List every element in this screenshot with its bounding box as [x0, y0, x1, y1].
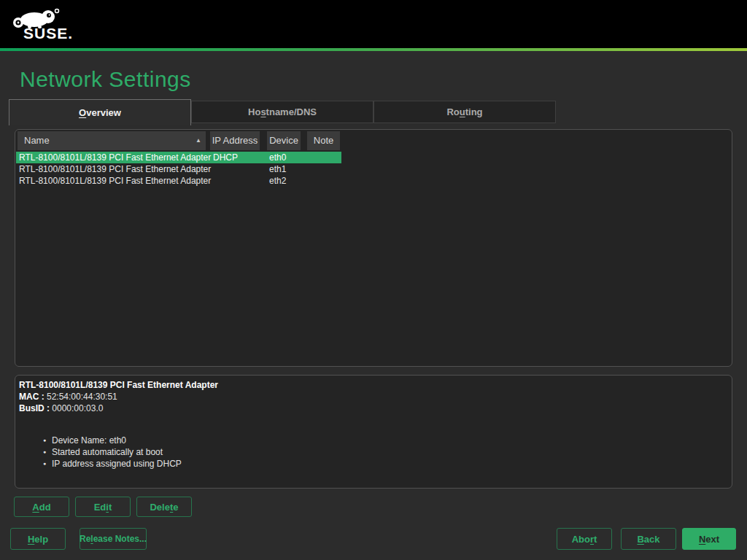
tab-overview-label-key: O: [79, 107, 86, 118]
column-device-label: Device: [269, 135, 298, 146]
table-row[interactable]: RTL-8100/8101L/8139 PCI Fast Ethernet Ad…: [16, 175, 716, 187]
tab-hostname-dns[interactable]: Hostname/DNS: [191, 101, 374, 123]
table-row[interactable]: RTL-8100/8101L/8139 PCI Fast Ethernet Ad…: [16, 152, 341, 163]
help-label-key: H: [28, 534, 34, 545]
mac-value: 52:54:00:44:30:51: [47, 392, 117, 402]
page-title: Network Settings: [20, 67, 191, 92]
abort-label-pre: Abo: [572, 534, 590, 545]
table-header: Name▲ IP Address Device Note: [15, 130, 732, 152]
column-header-name[interactable]: Name▲: [18, 131, 206, 150]
next-label-post: ext: [705, 534, 719, 545]
column-header-ip-address[interactable]: IP Address: [210, 131, 260, 150]
accent-divider: [0, 48, 747, 51]
details-mac-line: MAC : 52:54:00:44:30:51: [19, 391, 117, 402]
interface-details: RTL-8100/8101L/8139 PCI Fast Ethernet Ad…: [15, 375, 732, 489]
tab-routing-label-key: u: [460, 106, 465, 117]
busid-label: BusID :: [19, 403, 52, 413]
edit-label-post: t: [109, 502, 112, 513]
details-title: RTL-8100/8101L/8139 PCI Fast Ethernet Ad…: [19, 379, 218, 391]
suse-logo-text: SUSE.: [23, 25, 73, 42]
suse-banner: SUSE.: [0, 0, 747, 48]
tab-overview-label-post: verview: [86, 107, 121, 118]
release-notes-button[interactable]: Release Notes...: [80, 528, 147, 550]
next-label-key: N: [699, 534, 705, 545]
sort-ascending-icon: ▲: [196, 131, 201, 150]
column-ip-label: IP Address: [212, 135, 258, 146]
cell-device: eth1: [269, 163, 286, 175]
release-notes-label-pre: Re: [80, 534, 90, 544]
abort-label-post: t: [594, 534, 597, 545]
back-label-post: ack: [644, 534, 660, 545]
details-bullet-list: Device Name: eth0 Started automatically …: [43, 435, 182, 470]
next-button[interactable]: Next: [682, 528, 736, 550]
edit-button[interactable]: Edit: [75, 497, 131, 517]
tab-routing-label-post: ting: [465, 106, 483, 117]
tab-hostname-label-post: tname/DNS: [266, 106, 317, 117]
network-settings-window: SUSE. Network Settings Overview Hostname…: [0, 0, 747, 560]
tab-hostname-label-pre: Ho: [248, 106, 260, 117]
table-row[interactable]: RTL-8100/8101L/8139 PCI Fast Ethernet Ad…: [16, 163, 716, 175]
release-notes-label-post: ease Notes...: [93, 534, 147, 544]
bullet-item: IP address assigned using DHCP: [43, 458, 182, 470]
back-button[interactable]: Back: [621, 528, 676, 550]
cell-name: RTL-8100/8101L/8139 PCI Fast Ethernet Ad…: [19, 175, 211, 187]
add-label-post: dd: [39, 502, 51, 513]
tab-routing[interactable]: Routing: [374, 101, 556, 123]
details-busid-line: BusID : 0000:00:03.0: [19, 402, 103, 414]
column-header-device[interactable]: Device: [267, 131, 301, 150]
tab-overview[interactable]: Overview: [9, 99, 191, 125]
cell-device: eth2: [269, 175, 286, 187]
tab-bar: Overview Hostname/DNS Routing: [9, 99, 556, 125]
help-label-post: elp: [34, 534, 48, 545]
add-button[interactable]: Add: [14, 497, 69, 517]
delete-label-post: e: [173, 502, 178, 513]
edit-label-pre: Ed: [94, 502, 107, 513]
cell-name: RTL-8100/8101L/8139 PCI Fast Ethernet Ad…: [19, 152, 211, 163]
help-button[interactable]: Help: [10, 528, 66, 550]
bullet-item: Started automatically at boot: [43, 446, 182, 458]
column-header-note[interactable]: Note: [307, 131, 340, 150]
abort-button[interactable]: Abort: [557, 528, 612, 550]
cell-name: RTL-8100/8101L/8139 PCI Fast Ethernet Ad…: [19, 163, 211, 175]
bullet-item: Device Name: eth0: [43, 435, 182, 446]
back-label-key: B: [637, 534, 643, 545]
tab-hostname-label-key: s: [260, 106, 266, 117]
cell-ip-address: DHCP: [213, 152, 238, 163]
interfaces-table: Name▲ IP Address Device Note RTL-8100/81…: [15, 129, 732, 367]
column-note-label: Note: [314, 135, 333, 146]
busid-value: 0000:00:03.0: [52, 403, 103, 413]
column-name-label: Name: [24, 135, 50, 146]
suse-logo: SUSE.: [10, 6, 76, 44]
tab-routing-label-pre: Ro: [446, 106, 459, 117]
add-label-key: A: [32, 502, 39, 513]
delete-label-pre: Dele: [150, 502, 169, 513]
delete-button[interactable]: Delete: [136, 497, 192, 517]
mac-label: MAC :: [19, 392, 47, 402]
cell-device: eth0: [269, 152, 286, 163]
